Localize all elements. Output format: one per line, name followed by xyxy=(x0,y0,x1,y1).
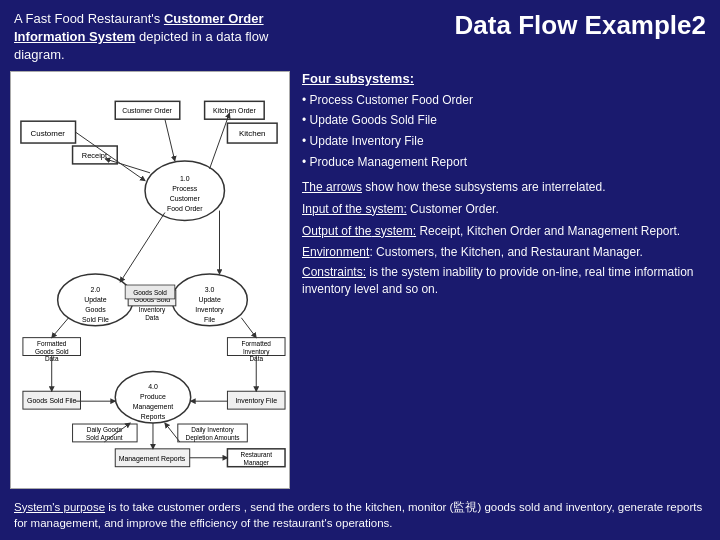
systems-purpose-label: System's purpose xyxy=(14,501,105,513)
svg-text:Goods: Goods xyxy=(85,305,106,312)
input-label: Input of the system: xyxy=(302,202,407,216)
svg-text:Inventory File: Inventory File xyxy=(235,397,277,405)
output-label2: system: xyxy=(371,224,416,238)
diagram-svg: Customer Customer Order Kitchen Order Ki… xyxy=(11,72,289,488)
svg-text:1.0: 1.0 xyxy=(180,174,190,181)
top-bar: A Fast Food Restaurant's Customer Order … xyxy=(0,0,720,71)
svg-text:Management: Management xyxy=(133,403,174,411)
description-text: A Fast Food Restaurant's Customer Order … xyxy=(14,10,274,65)
bullet-1: Process Customer Food Order xyxy=(302,92,710,109)
highlight-information-system: Information System xyxy=(14,29,135,44)
svg-text:3.0: 3.0 xyxy=(205,286,215,293)
diagram-area: Customer Customer Order Kitchen Order Ki… xyxy=(10,71,290,489)
svg-text:Formatted: Formatted xyxy=(242,339,272,346)
svg-text:2.0: 2.0 xyxy=(91,286,101,293)
svg-text:Kitchen Order: Kitchen Order xyxy=(213,107,256,114)
page-title: Data Flow Example2 xyxy=(294,10,706,41)
bullet-4: Produce Management Report xyxy=(302,154,710,171)
svg-text:Reports: Reports xyxy=(141,413,166,421)
svg-text:Food Order: Food Order xyxy=(167,204,203,211)
bullet-2: Update Goods Sold File xyxy=(302,112,710,129)
arrows-text: The arrows show how these subsystems are… xyxy=(302,179,710,196)
svg-text:Customer: Customer xyxy=(170,194,201,201)
svg-text:Manager: Manager xyxy=(244,458,270,466)
output-text: Output of the system: Receipt, Kitchen O… xyxy=(302,222,710,240)
svg-text:Process: Process xyxy=(172,184,198,191)
main-content: Customer Customer Order Kitchen Order Ki… xyxy=(0,71,720,495)
input-text: Input of the system: Customer Order. xyxy=(302,200,710,218)
bottom-text-rest: is to take customer orders , send the or… xyxy=(14,501,702,530)
svg-text:Update: Update xyxy=(84,295,107,303)
svg-text:Management Reports: Management Reports xyxy=(119,454,186,462)
bullet-3: Update Inventory File xyxy=(302,133,710,150)
svg-text:Kitchen: Kitchen xyxy=(239,129,265,138)
svg-text:Goods Sold File: Goods Sold File xyxy=(27,397,77,404)
subsystems-heading: Four subsystems: xyxy=(302,71,710,86)
svg-text:Inventory: Inventory xyxy=(243,347,270,355)
svg-text:Customer Order: Customer Order xyxy=(122,107,172,114)
svg-text:Inventory: Inventory xyxy=(139,305,166,313)
svg-text:4.0: 4.0 xyxy=(148,383,158,390)
svg-text:Formatted: Formatted xyxy=(37,339,67,346)
bottom-text: System's purpose is to take customer ord… xyxy=(0,495,720,540)
environment-text: Environment: Customers, the Kitchen, and… xyxy=(302,244,710,261)
highlight-customer-order: Customer Order xyxy=(164,11,264,26)
svg-text:Update: Update xyxy=(198,295,221,303)
svg-text:Depletion Amounts: Depletion Amounts xyxy=(186,433,240,441)
svg-text:Produce: Produce xyxy=(140,393,166,400)
text-content: Four subsystems: Process Customer Food O… xyxy=(302,71,710,489)
output-label: Output of the xyxy=(302,224,371,238)
svg-text:Daily Inventory: Daily Inventory xyxy=(191,426,234,434)
constraints-label: Constraints: xyxy=(302,265,366,279)
svg-text:Goods Sold: Goods Sold xyxy=(133,289,167,296)
svg-text:Inventory: Inventory xyxy=(195,305,224,313)
constraints-text: Constraints: is the system inability to … xyxy=(302,264,710,298)
svg-text:Customer: Customer xyxy=(31,129,66,138)
svg-text:Goods Sold: Goods Sold xyxy=(35,347,69,354)
svg-text:Restaurant: Restaurant xyxy=(240,450,272,457)
svg-text:Sold File: Sold File xyxy=(82,315,109,322)
svg-text:Data: Data xyxy=(145,313,159,320)
arrows-label: The arrows xyxy=(302,180,362,194)
environment-label: Environment xyxy=(302,245,369,259)
svg-text:Sold Amount: Sold Amount xyxy=(86,433,123,440)
svg-text:File: File xyxy=(204,315,215,322)
title-box: Data Flow Example2 xyxy=(294,10,706,41)
